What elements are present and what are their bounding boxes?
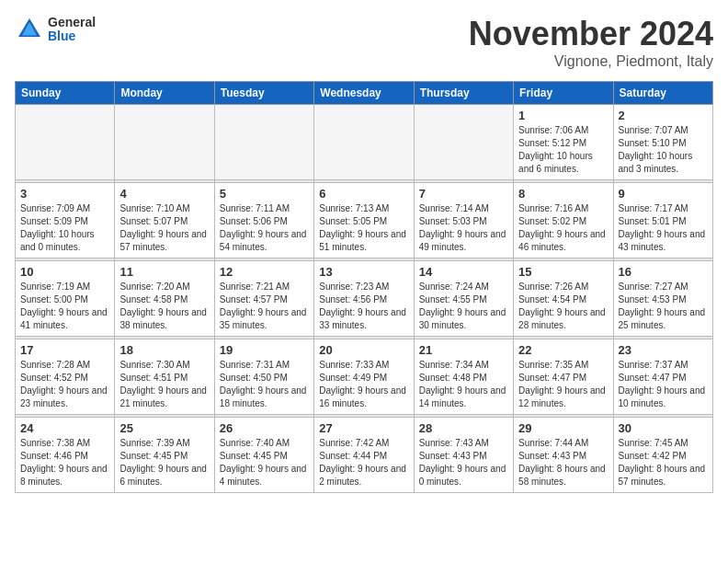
day-info: Sunrise: 7:42 AMSunset: 4:44 PMDaylight:… bbox=[319, 437, 408, 488]
day-number: 8 bbox=[518, 187, 608, 201]
table-row: 13Sunrise: 7:23 AMSunset: 4:56 PMDayligh… bbox=[314, 261, 414, 337]
calendar-header-row: Sunday Monday Tuesday Wednesday Thursday… bbox=[16, 82, 713, 105]
daylight-text: Daylight: 9 hours and 8 minutes. bbox=[20, 464, 108, 487]
table-row: 18Sunrise: 7:30 AMSunset: 4:51 PMDayligh… bbox=[115, 339, 214, 415]
day-number: 17 bbox=[20, 343, 109, 357]
page-header: General Blue November 2024 Vignone, Pied… bbox=[15, 15, 713, 70]
calendar-week-row: 24Sunrise: 7:38 AMSunset: 4:46 PMDayligh… bbox=[16, 418, 713, 493]
day-number: 18 bbox=[119, 343, 209, 357]
sunset-text: Sunset: 5:03 PM bbox=[419, 216, 487, 226]
sunset-text: Sunset: 5:06 PM bbox=[220, 216, 288, 226]
table-row: 30Sunrise: 7:45 AMSunset: 4:42 PMDayligh… bbox=[613, 418, 712, 493]
sunset-text: Sunset: 5:05 PM bbox=[319, 216, 387, 226]
calendar-week-row: 3Sunrise: 7:09 AMSunset: 5:09 PMDaylight… bbox=[16, 183, 713, 259]
day-number: 7 bbox=[419, 187, 508, 201]
header-sunday: Sunday bbox=[16, 82, 115, 105]
sunrise-text: Sunrise: 7:19 AM bbox=[20, 282, 90, 292]
day-number: 20 bbox=[319, 343, 408, 357]
day-number: 5 bbox=[220, 187, 309, 201]
daylight-text: Daylight: 9 hours and 35 minutes. bbox=[220, 307, 307, 330]
header-saturday: Saturday bbox=[613, 82, 712, 105]
sunrise-text: Sunrise: 7:40 AM bbox=[220, 438, 290, 448]
daylight-text: Daylight: 9 hours and 2 minutes. bbox=[319, 464, 406, 487]
table-row: 29Sunrise: 7:44 AMSunset: 4:43 PMDayligh… bbox=[514, 418, 613, 493]
sunset-text: Sunset: 5:12 PM bbox=[518, 138, 586, 148]
sunset-text: Sunset: 4:47 PM bbox=[619, 373, 687, 383]
location: Vignone, Piedmont, Italy bbox=[469, 53, 713, 70]
table-row: 3Sunrise: 7:09 AMSunset: 5:09 PMDaylight… bbox=[16, 183, 115, 259]
day-number: 29 bbox=[518, 421, 608, 435]
day-info: Sunrise: 7:40 AMSunset: 4:45 PMDaylight:… bbox=[220, 437, 309, 488]
sunrise-text: Sunrise: 7:35 AM bbox=[518, 360, 588, 370]
sunrise-text: Sunrise: 7:20 AM bbox=[119, 282, 189, 292]
sunrise-text: Sunrise: 7:28 AM bbox=[20, 360, 90, 370]
day-number: 23 bbox=[619, 343, 708, 357]
daylight-text: Daylight: 9 hours and 4 minutes. bbox=[220, 464, 307, 487]
calendar-week-row: 1Sunrise: 7:06 AMSunset: 5:12 PMDaylight… bbox=[16, 105, 713, 180]
sunset-text: Sunset: 4:45 PM bbox=[119, 451, 188, 461]
sunrise-text: Sunrise: 7:14 AM bbox=[419, 203, 489, 213]
day-info: Sunrise: 7:17 AMSunset: 5:01 PMDaylight:… bbox=[619, 202, 708, 254]
logo-general: General bbox=[48, 16, 96, 29]
table-row: 28Sunrise: 7:43 AMSunset: 4:43 PMDayligh… bbox=[414, 418, 513, 493]
table-row: 1Sunrise: 7:06 AMSunset: 5:12 PMDaylight… bbox=[514, 105, 613, 180]
table-row: 24Sunrise: 7:38 AMSunset: 4:46 PMDayligh… bbox=[16, 418, 115, 493]
sunrise-text: Sunrise: 7:16 AM bbox=[518, 203, 588, 213]
day-info: Sunrise: 7:33 AMSunset: 4:49 PMDaylight:… bbox=[319, 359, 408, 410]
day-info: Sunrise: 7:14 AMSunset: 5:03 PMDaylight:… bbox=[419, 202, 508, 254]
sunrise-text: Sunrise: 7:23 AM bbox=[319, 282, 389, 292]
daylight-text: Daylight: 9 hours and 38 minutes. bbox=[119, 307, 207, 330]
day-info: Sunrise: 7:21 AMSunset: 4:57 PMDaylight:… bbox=[220, 281, 309, 332]
sunset-text: Sunset: 4:58 PM bbox=[119, 294, 188, 304]
table-row: 8Sunrise: 7:16 AMSunset: 5:02 PMDaylight… bbox=[514, 183, 613, 259]
sunrise-text: Sunrise: 7:43 AM bbox=[419, 438, 489, 448]
daylight-text: Daylight: 9 hours and 41 minutes. bbox=[20, 307, 108, 330]
sunrise-text: Sunrise: 7:26 AM bbox=[518, 282, 588, 292]
daylight-text: Daylight: 8 hours and 57 minutes. bbox=[619, 464, 706, 487]
table-row: 15Sunrise: 7:26 AMSunset: 4:54 PMDayligh… bbox=[514, 261, 613, 337]
sunrise-text: Sunrise: 7:42 AM bbox=[319, 438, 389, 448]
logo: General Blue bbox=[15, 15, 96, 44]
daylight-text: Daylight: 9 hours and 49 minutes. bbox=[419, 229, 506, 252]
table-row: 2Sunrise: 7:07 AMSunset: 5:10 PMDaylight… bbox=[613, 105, 712, 180]
day-info: Sunrise: 7:44 AMSunset: 4:43 PMDaylight:… bbox=[518, 437, 608, 488]
day-info: Sunrise: 7:13 AMSunset: 5:05 PMDaylight:… bbox=[319, 202, 408, 254]
day-number: 10 bbox=[20, 265, 109, 279]
day-number: 28 bbox=[419, 421, 508, 435]
table-row: 25Sunrise: 7:39 AMSunset: 4:45 PMDayligh… bbox=[115, 418, 214, 493]
day-info: Sunrise: 7:10 AMSunset: 5:07 PMDaylight:… bbox=[119, 202, 209, 254]
day-number: 11 bbox=[119, 265, 209, 279]
day-number: 15 bbox=[518, 265, 608, 279]
daylight-text: Daylight: 9 hours and 43 minutes. bbox=[619, 229, 706, 252]
day-number: 22 bbox=[518, 343, 608, 357]
table-row: 26Sunrise: 7:40 AMSunset: 4:45 PMDayligh… bbox=[214, 418, 313, 493]
table-row: 9Sunrise: 7:17 AMSunset: 5:01 PMDaylight… bbox=[613, 183, 712, 259]
calendar-week-row: 10Sunrise: 7:19 AMSunset: 5:00 PMDayligh… bbox=[16, 261, 713, 337]
sunrise-text: Sunrise: 7:44 AM bbox=[518, 438, 588, 448]
sunset-text: Sunset: 4:54 PM bbox=[518, 294, 586, 304]
day-info: Sunrise: 7:27 AMSunset: 4:53 PMDaylight:… bbox=[619, 281, 708, 332]
sunset-text: Sunset: 4:46 PM bbox=[20, 451, 88, 461]
table-row: 6Sunrise: 7:13 AMSunset: 5:05 PMDaylight… bbox=[314, 183, 414, 259]
table-row: 7Sunrise: 7:14 AMSunset: 5:03 PMDaylight… bbox=[414, 183, 513, 259]
day-info: Sunrise: 7:45 AMSunset: 4:42 PMDaylight:… bbox=[619, 437, 708, 488]
table-row: 19Sunrise: 7:31 AMSunset: 4:50 PMDayligh… bbox=[214, 339, 313, 415]
day-info: Sunrise: 7:38 AMSunset: 4:46 PMDaylight:… bbox=[20, 437, 109, 488]
day-number: 2 bbox=[619, 109, 708, 122]
month-title: November 2024 bbox=[469, 15, 713, 53]
day-number: 1 bbox=[518, 109, 608, 122]
sunset-text: Sunset: 4:57 PM bbox=[220, 294, 288, 304]
logo-text: General Blue bbox=[48, 16, 96, 44]
day-info: Sunrise: 7:39 AMSunset: 4:45 PMDaylight:… bbox=[119, 437, 209, 488]
sunset-text: Sunset: 5:09 PM bbox=[20, 216, 88, 226]
table-row bbox=[214, 105, 313, 180]
table-row: 23Sunrise: 7:37 AMSunset: 4:47 PMDayligh… bbox=[613, 339, 712, 415]
day-info: Sunrise: 7:34 AMSunset: 4:48 PMDaylight:… bbox=[419, 359, 508, 410]
day-info: Sunrise: 7:07 AMSunset: 5:10 PMDaylight:… bbox=[619, 124, 708, 176]
day-info: Sunrise: 7:11 AMSunset: 5:06 PMDaylight:… bbox=[220, 202, 309, 254]
table-row bbox=[115, 105, 214, 180]
sunset-text: Sunset: 5:02 PM bbox=[518, 216, 586, 226]
daylight-text: Daylight: 9 hours and 12 minutes. bbox=[518, 385, 606, 408]
daylight-text: Daylight: 9 hours and 25 minutes. bbox=[619, 307, 706, 330]
table-row: 12Sunrise: 7:21 AMSunset: 4:57 PMDayligh… bbox=[214, 261, 313, 337]
